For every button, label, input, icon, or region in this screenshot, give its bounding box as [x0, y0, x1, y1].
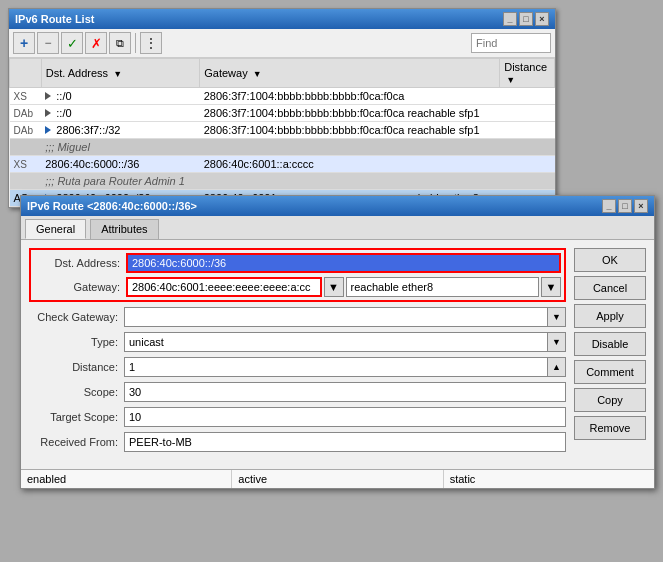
status-active: active — [232, 470, 443, 488]
cancel-toolbar-button[interactable]: ✗ — [85, 32, 107, 54]
sort-arrow-dist: ▼ — [506, 75, 515, 85]
remove-button[interactable]: Remove — [574, 416, 646, 440]
tab-general[interactable]: General — [25, 219, 86, 239]
dst-address-row: Dst. Address: — [31, 253, 561, 273]
toolbar-separator — [135, 33, 136, 53]
copy-button[interactable]: Copy — [574, 388, 646, 412]
check-gateway-row: Check Gateway: ▼ — [29, 307, 566, 327]
received-from-row: Received From: — [29, 432, 566, 452]
route-detail-title-bar: IPv6 Route <2806:40c:6000::/36> _ □ × — [21, 196, 654, 216]
apply-button[interactable]: Apply — [574, 304, 646, 328]
delete-button[interactable]: − — [37, 32, 59, 54]
comment-button[interactable]: Comment — [574, 360, 646, 384]
check-gateway-input[interactable] — [124, 307, 548, 327]
check-button[interactable]: ✓ — [61, 32, 83, 54]
detail-body: Dst. Address: Gateway: ▼ ▼ Check Gateway… — [21, 240, 654, 465]
status-static: static — [444, 470, 654, 488]
table-row[interactable]: XS ::/0 2806:3f7:1004:bbbb:bbbb:bbbb:f0c… — [10, 88, 555, 105]
table-row-comment: ;;; Ruta para Router Admin 1 — [10, 173, 555, 190]
tabs-bar: General Attributes — [21, 216, 654, 240]
title-bar-buttons: _ □ × — [503, 12, 549, 26]
ok-button[interactable]: OK — [574, 248, 646, 272]
gateway-dropdown-button[interactable]: ▼ — [324, 277, 344, 297]
detail-maximize-button[interactable]: □ — [618, 199, 632, 213]
type-row: Type: ▼ — [29, 332, 566, 352]
close-button[interactable]: × — [535, 12, 549, 26]
distance-row: Distance: ▲ — [29, 357, 566, 377]
type-input[interactable] — [124, 332, 548, 352]
col-header-dst[interactable]: Dst. Address ▼ — [41, 59, 200, 88]
filter-button[interactable]: ⋮ — [140, 32, 162, 54]
triangle-icon — [45, 92, 51, 100]
col-header-gw[interactable]: Gateway ▼ — [200, 59, 500, 88]
triangle-icon — [45, 109, 51, 117]
route-table: Dst. Address ▼ Gateway ▼ Distance ▼ XS — [9, 58, 555, 207]
gateway-option-input[interactable] — [346, 277, 540, 297]
flag-dab: DAb — [14, 108, 33, 119]
scope-input[interactable] — [124, 382, 566, 402]
dst-address-label: Dst. Address: — [31, 257, 126, 269]
distance-input-group: ▲ — [124, 357, 566, 377]
minimize-button[interactable]: _ — [503, 12, 517, 26]
distance-arrow[interactable]: ▲ — [548, 357, 566, 377]
copy-toolbar-button[interactable]: ⧉ — [109, 32, 131, 54]
dst-address-input[interactable] — [126, 253, 561, 273]
add-button[interactable]: + — [13, 32, 35, 54]
find-input[interactable] — [471, 33, 551, 53]
table-row[interactable]: DAb 2806:3f7::/32 2806:3f7:1004:bbbb:bbb… — [10, 122, 555, 139]
table-row[interactable]: DAb ::/0 2806:3f7:1004:bbbb:bbbb:bbbb:f0… — [10, 105, 555, 122]
col-header-flag — [10, 59, 42, 88]
target-scope-input[interactable] — [124, 407, 566, 427]
type-input-group: ▼ — [124, 332, 566, 352]
action-buttons: OK Cancel Apply Disable Comment Copy Rem… — [574, 248, 646, 457]
check-gateway-arrow[interactable]: ▼ — [548, 307, 566, 327]
toolbar: + − ✓ ✗ ⧉ ⋮ — [9, 29, 555, 58]
type-label: Type: — [29, 336, 124, 348]
scope-label: Scope: — [29, 386, 124, 398]
dst-address-section: Dst. Address: Gateway: ▼ ▼ — [29, 248, 566, 302]
flag-xs: XS — [14, 91, 27, 102]
gateway-input[interactable] — [126, 277, 322, 297]
tab-attributes[interactable]: Attributes — [90, 219, 158, 239]
disable-button[interactable]: Disable — [574, 332, 646, 356]
flag-dab: DAb — [14, 125, 33, 136]
maximize-button[interactable]: □ — [519, 12, 533, 26]
received-from-input[interactable] — [124, 432, 566, 452]
route-list-title: IPv6 Route List — [15, 13, 94, 25]
route-list-window: IPv6 Route List _ □ × + − ✓ ✗ ⧉ ⋮ Dst. A… — [8, 8, 556, 208]
route-detail-title: IPv6 Route <2806:40c:6000::/36> — [27, 200, 197, 212]
table-row[interactable]: XS 2806:40c:6000::/36 2806:40c:6001::a:c… — [10, 156, 555, 173]
route-detail-window: IPv6 Route <2806:40c:6000::/36> _ □ × Ge… — [20, 195, 655, 489]
scope-row: Scope: — [29, 382, 566, 402]
detail-title-bar-buttons: _ □ × — [602, 199, 648, 213]
sort-arrow-gw: ▼ — [253, 69, 262, 79]
gateway-label: Gateway: — [31, 281, 126, 293]
check-gateway-label: Check Gateway: — [29, 311, 124, 323]
type-arrow[interactable]: ▼ — [548, 332, 566, 352]
detail-form: Dst. Address: Gateway: ▼ ▼ Check Gateway… — [29, 248, 566, 457]
check-gateway-input-group: ▼ — [124, 307, 566, 327]
cancel-button[interactable]: Cancel — [574, 276, 646, 300]
sort-arrow-dst: ▼ — [113, 69, 122, 79]
target-scope-row: Target Scope: — [29, 407, 566, 427]
target-scope-label: Target Scope: — [29, 411, 124, 423]
gateway-input-group: ▼ ▼ — [126, 277, 561, 297]
gateway-row: Gateway: ▼ ▼ — [31, 277, 561, 297]
route-list-title-bar: IPv6 Route List _ □ × — [9, 9, 555, 29]
distance-label: Distance: — [29, 361, 124, 373]
gateway-option-arrow[interactable]: ▼ — [541, 277, 561, 297]
col-header-dist[interactable]: Distance ▼ — [500, 59, 555, 88]
status-bar: enabled active static — [21, 469, 654, 488]
received-from-label: Received From: — [29, 436, 124, 448]
triangle-icon — [45, 126, 51, 134]
detail-minimize-button[interactable]: _ — [602, 199, 616, 213]
status-enabled: enabled — [21, 470, 232, 488]
flag-xs: XS — [14, 159, 27, 170]
detail-close-button[interactable]: × — [634, 199, 648, 213]
distance-input[interactable] — [124, 357, 548, 377]
table-row-section: ;;; Miguel — [10, 139, 555, 156]
